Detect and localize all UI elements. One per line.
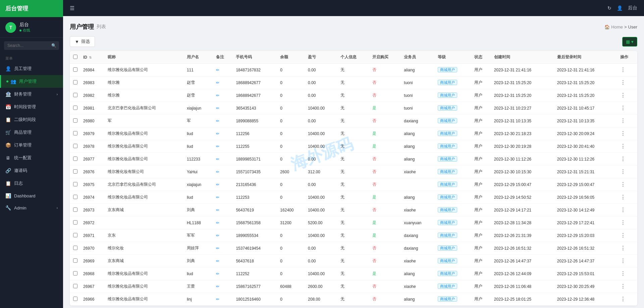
user-avatar-icon[interactable]: 👤 bbox=[617, 5, 623, 11]
action-menu-button[interactable]: ⋮ bbox=[620, 67, 626, 73]
sidebar-item-timeslot[interactable]: 📅 时间段管理 bbox=[0, 101, 63, 113]
remark-edit-icon[interactable]: ✏ bbox=[216, 221, 219, 225]
remark-edit-icon[interactable]: ✏ bbox=[216, 271, 219, 276]
row-checkbox[interactable] bbox=[73, 144, 77, 148]
row-checkbox[interactable] bbox=[73, 182, 77, 186]
action-menu-button[interactable]: ⋮ bbox=[620, 233, 626, 238]
buy-status[interactable]: 否 bbox=[372, 169, 376, 174]
level-tag[interactable]: 商城用户 bbox=[438, 80, 457, 85]
action-menu-button[interactable]: ⋮ bbox=[620, 271, 626, 276]
buy-status[interactable]: 否 bbox=[372, 182, 376, 187]
level-tag[interactable]: 商城用户 bbox=[438, 296, 457, 302]
action-menu-button[interactable]: ⋮ bbox=[620, 220, 626, 226]
sidebar-item-users[interactable]: 👥 用户管理 bbox=[0, 75, 63, 88]
level-tag[interactable]: 商城用户 bbox=[438, 245, 457, 251]
buy-status[interactable]: 是 bbox=[372, 131, 376, 136]
level-tag[interactable]: 商城用户 bbox=[438, 67, 457, 72]
action-menu-button[interactable]: ⋮ bbox=[620, 143, 626, 149]
remark-edit-icon[interactable]: ✏ bbox=[216, 119, 219, 123]
row-checkbox[interactable] bbox=[73, 118, 77, 123]
sidebar-item-staff[interactable]: 👤 员工管理 bbox=[0, 62, 63, 75]
remark-edit-icon[interactable]: ✏ bbox=[216, 195, 219, 200]
action-menu-button[interactable]: ⋮ bbox=[620, 105, 626, 111]
sidebar-item-timeslot2[interactable]: 📋 二级时间段 bbox=[0, 113, 63, 126]
buy-status[interactable]: 否 bbox=[372, 118, 376, 123]
buy-status[interactable]: 是 bbox=[372, 195, 376, 199]
row-checkbox[interactable] bbox=[73, 220, 77, 225]
level-tag[interactable]: 商城用户 bbox=[438, 220, 457, 225]
action-menu-button[interactable]: ⋮ bbox=[620, 296, 626, 302]
action-menu-button[interactable]: ⋮ bbox=[620, 284, 626, 289]
level-tag[interactable]: 商城用户 bbox=[438, 182, 457, 187]
search-input[interactable] bbox=[4, 41, 59, 50]
remark-edit-icon[interactable]: ✏ bbox=[216, 157, 219, 162]
row-checkbox[interactable] bbox=[73, 271, 77, 275]
action-menu-button[interactable]: ⋮ bbox=[620, 245, 626, 251]
row-checkbox[interactable] bbox=[73, 258, 77, 263]
level-tag[interactable]: 商城用户 bbox=[438, 169, 457, 174]
buy-status[interactable]: 是 bbox=[372, 271, 376, 276]
select-all-checkbox[interactable] bbox=[73, 55, 77, 59]
action-menu-button[interactable]: ⋮ bbox=[620, 169, 626, 175]
level-tag[interactable]: 商城用户 bbox=[438, 284, 457, 289]
level-tag[interactable]: 商城用户 bbox=[438, 194, 457, 200]
remark-edit-icon[interactable]: ✏ bbox=[216, 259, 219, 263]
remark-edit-icon[interactable]: ✏ bbox=[216, 93, 219, 98]
level-tag[interactable]: 商城用户 bbox=[438, 233, 457, 238]
action-menu-button[interactable]: ⋮ bbox=[620, 182, 626, 187]
action-menu-button[interactable]: ⋮ bbox=[620, 131, 626, 136]
filter-button[interactable]: ▼ 筛选 bbox=[70, 36, 95, 47]
buy-status[interactable]: 否 bbox=[372, 284, 376, 289]
level-tag[interactable]: 商城用户 bbox=[438, 118, 457, 123]
row-checkbox[interactable] bbox=[73, 80, 77, 84]
buy-status[interactable]: 否 bbox=[372, 67, 376, 72]
remark-edit-icon[interactable]: ✏ bbox=[216, 131, 219, 136]
sidebar-item-config[interactable]: 🖥 统一配置 bbox=[0, 151, 63, 164]
action-menu-button[interactable]: ⋮ bbox=[620, 194, 626, 200]
buy-status[interactable]: 是 bbox=[372, 106, 376, 110]
sidebar-item-finance[interactable]: 🏦 财务管理 › bbox=[0, 88, 63, 101]
buy-status[interactable]: 否 bbox=[372, 258, 376, 263]
buy-status[interactable]: 否 bbox=[372, 157, 376, 161]
action-menu-button[interactable]: ⋮ bbox=[620, 207, 626, 213]
level-tag[interactable]: 商城用户 bbox=[438, 131, 457, 136]
user-label[interactable]: 后台 bbox=[628, 5, 637, 11]
row-checkbox[interactable] bbox=[73, 106, 77, 110]
buy-status[interactable]: 是 bbox=[372, 220, 376, 225]
level-tag[interactable]: 商城用户 bbox=[438, 271, 457, 276]
row-checkbox[interactable] bbox=[73, 207, 77, 212]
buy-status[interactable]: 是 bbox=[372, 144, 376, 148]
action-menu-button[interactable]: ⋮ bbox=[620, 258, 626, 264]
sidebar-item-admin[interactable]: 🔧 Admin › bbox=[0, 202, 63, 214]
row-checkbox[interactable] bbox=[73, 169, 77, 174]
remark-edit-icon[interactable]: ✏ bbox=[216, 68, 219, 72]
remark-edit-icon[interactable]: ✏ bbox=[216, 144, 219, 149]
buy-status[interactable]: 否 bbox=[372, 207, 376, 212]
sidebar-item-goods[interactable]: 🛒 商品管理 bbox=[0, 126, 63, 139]
remark-edit-icon[interactable]: ✏ bbox=[216, 170, 219, 174]
level-tag[interactable]: 商城用户 bbox=[438, 207, 457, 212]
columns-button[interactable]: ▦ ▾ bbox=[622, 37, 637, 47]
remark-edit-icon[interactable]: ✏ bbox=[216, 106, 219, 111]
remark-edit-icon[interactable]: ✏ bbox=[216, 246, 219, 251]
level-tag[interactable]: 商城用户 bbox=[438, 93, 457, 98]
row-checkbox[interactable] bbox=[73, 131, 77, 135]
row-checkbox[interactable] bbox=[73, 67, 77, 72]
row-checkbox[interactable] bbox=[73, 297, 77, 301]
refresh-button[interactable]: ↻ bbox=[607, 5, 611, 11]
level-tag[interactable]: 商城用户 bbox=[438, 258, 457, 263]
remark-edit-icon[interactable]: ✏ bbox=[216, 80, 219, 85]
action-menu-button[interactable]: ⋮ bbox=[620, 118, 626, 124]
sidebar-item-dashboard[interactable]: 📊 Dashboard bbox=[0, 190, 63, 202]
buy-status[interactable]: 否 bbox=[372, 93, 376, 98]
action-menu-button[interactable]: ⋮ bbox=[620, 156, 626, 162]
row-checkbox[interactable] bbox=[73, 284, 77, 288]
row-checkbox[interactable] bbox=[73, 246, 77, 250]
buy-status[interactable]: 否 bbox=[372, 246, 376, 250]
level-tag[interactable]: 商城用户 bbox=[438, 143, 457, 149]
row-checkbox[interactable] bbox=[73, 233, 77, 237]
breadcrumb-home[interactable]: Home bbox=[611, 24, 623, 29]
sidebar-item-invite[interactable]: 🔗 邀请码 bbox=[0, 164, 63, 177]
remark-edit-icon[interactable]: ✏ bbox=[216, 233, 219, 238]
sidebar-item-logs[interactable]: 📋 日志 bbox=[0, 177, 63, 190]
